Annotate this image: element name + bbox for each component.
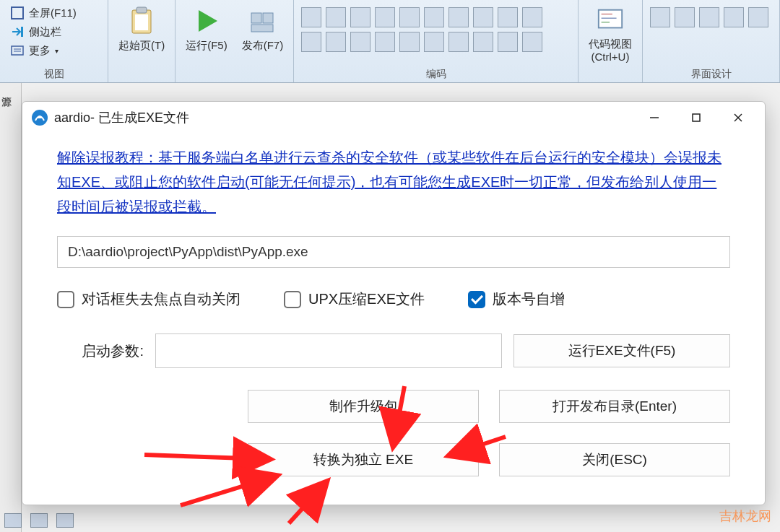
undo-icon[interactable]	[399, 7, 420, 27]
convert-standalone-button[interactable]: 转换为独立 EXE	[248, 443, 479, 476]
close-icon	[733, 113, 743, 123]
checkbox-label: 版本号自增	[493, 289, 565, 309]
svg-rect-2	[12, 46, 23, 55]
panel-tab-label: 源管	[0, 83, 13, 89]
button-label: 运行(F5)	[186, 39, 228, 52]
publish-button[interactable]: 发布(F7)	[235, 3, 291, 66]
tool-icon[interactable]	[522, 7, 542, 27]
code-icon	[595, 6, 625, 35]
svg-rect-7	[135, 14, 148, 30]
ui-tool-icon[interactable]	[699, 7, 719, 27]
titlebar: aardio- 已生成EXE文件	[22, 102, 765, 134]
redo-icon[interactable]	[424, 7, 444, 27]
align-icon[interactable]	[301, 32, 321, 52]
button-label: 发布(F7)	[242, 39, 284, 52]
align-icon[interactable]	[326, 32, 346, 52]
clipboard-icon	[126, 6, 157, 36]
publish-icon	[247, 6, 277, 36]
svg-rect-10	[251, 25, 273, 32]
left-panel-stub: 源管	[0, 83, 22, 532]
more-button[interactable]: 更多 ▾	[7, 42, 79, 59]
sidebar-button[interactable]: 侧边栏	[7, 23, 79, 40]
checkbox-icon-checked	[468, 291, 485, 308]
button-label: 全屏(F11)	[29, 6, 77, 20]
watermark: 吉林龙网	[719, 507, 771, 525]
zoom-icon[interactable]	[498, 7, 518, 27]
tool-icon[interactable]	[4, 513, 22, 528]
launch-param-input[interactable]	[155, 333, 502, 368]
tool-icon[interactable]	[56, 513, 74, 528]
ui-tool-icon[interactable]	[650, 7, 670, 27]
align-icon[interactable]	[522, 32, 542, 52]
group-label-view: 视图	[0, 66, 108, 82]
startpage-button[interactable]: 起始页(T)	[111, 3, 172, 66]
svg-rect-8	[251, 13, 261, 23]
button-label: 侧边栏	[29, 25, 61, 39]
ui-tool-icon[interactable]	[675, 7, 695, 27]
svg-rect-6	[136, 7, 147, 13]
warning-tutorial-link[interactable]: 解除误报教程：基于服务端白名单进行云查杀的安全软件（或某些软件在后台运行的安全模…	[57, 145, 730, 219]
svg-rect-9	[263, 13, 273, 23]
replace-icon[interactable]	[473, 7, 493, 27]
codeview-button[interactable]: 代码视图 (Ctrl+U)	[581, 3, 639, 66]
align-icon[interactable]	[375, 32, 395, 52]
align-icon[interactable]	[350, 32, 370, 52]
align-icon[interactable]	[473, 32, 493, 52]
dialog-title: aardio- 已生成EXE文件	[54, 109, 189, 126]
svg-rect-11	[599, 10, 622, 28]
button-label: 更多	[29, 44, 51, 58]
align-icon[interactable]	[424, 32, 444, 52]
close-window-button[interactable]	[717, 103, 759, 132]
checkbox-icon	[284, 291, 301, 308]
edit-tool-icon[interactable]	[301, 7, 321, 27]
button-label: 起始页(T)	[118, 39, 165, 52]
play-icon	[191, 6, 222, 36]
ui-tool-icon[interactable]	[724, 7, 744, 27]
maximize-button[interactable]	[675, 103, 717, 132]
svg-rect-1	[21, 27, 23, 37]
align-icon[interactable]	[498, 32, 518, 52]
sidebar-icon	[10, 25, 25, 39]
copy-icon[interactable]	[350, 7, 370, 27]
checkbox-label: UPX压缩EXE文件	[308, 289, 425, 309]
minimize-icon	[649, 113, 659, 123]
button-shortcut: (Ctrl+U)	[592, 51, 630, 64]
run-button[interactable]: 运行(F5)	[178, 3, 235, 66]
app-icon	[31, 109, 48, 126]
checkbox-label: 对话框失去焦点自动关闭	[82, 289, 240, 309]
param-label: 启动参数:	[57, 341, 144, 361]
chevron-down-icon: ▾	[55, 47, 58, 55]
tool-icon[interactable]	[30, 513, 48, 528]
ribbon-toolbar: 全屏(F11) 侧边栏 更多 ▾ 视图 起始页(T)	[0, 0, 780, 83]
close-dialog-button[interactable]: 关闭(ESC)	[499, 443, 730, 476]
fullscreen-button[interactable]: 全屏(F11)	[7, 4, 79, 22]
exe-path-input[interactable]	[57, 236, 730, 268]
upx-checkbox[interactable]: UPX压缩EXE文件	[284, 289, 425, 309]
run-exe-button[interactable]: 运行EXE文件(F5)	[514, 334, 730, 367]
svg-rect-0	[12, 7, 23, 19]
version-inc-checkbox[interactable]: 版本号自增	[468, 289, 565, 309]
open-publish-dir-button[interactable]: 打开发布目录(Enter)	[499, 390, 730, 423]
fullscreen-icon	[10, 6, 25, 20]
svg-rect-17	[693, 114, 700, 121]
more-icon	[10, 43, 25, 58]
auto-close-checkbox[interactable]: 对话框失去焦点自动关闭	[57, 289, 240, 309]
cut-icon[interactable]	[326, 7, 346, 27]
group-label-edit: 编码	[294, 66, 578, 82]
checkbox-icon	[57, 291, 74, 308]
make-upgrade-button[interactable]: 制作升级包	[248, 390, 479, 423]
group-label-ui: 界面设计	[643, 66, 779, 82]
align-icon[interactable]	[399, 32, 420, 52]
align-icon[interactable]	[448, 32, 469, 52]
exe-generated-dialog: aardio- 已生成EXE文件 解除误报教程：基于服务端白名单进行云查杀的安全…	[22, 101, 766, 505]
paste-icon[interactable]	[375, 7, 395, 27]
bottom-tool-icons	[4, 513, 74, 528]
search-icon[interactable]	[448, 7, 469, 27]
maximize-icon	[691, 113, 701, 123]
button-label: 代码视图	[589, 38, 632, 51]
minimize-button[interactable]	[633, 103, 675, 132]
ui-tool-icon[interactable]	[748, 7, 768, 27]
